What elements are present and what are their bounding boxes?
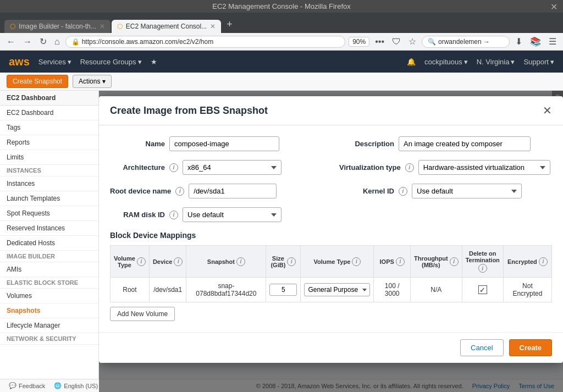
home-button[interactable]: ⌂: [52, 36, 62, 48]
tab-image-builder-close[interactable]: ✕: [100, 23, 105, 30]
actions-button[interactable]: Actions ▾: [73, 75, 112, 88]
td-snapshot: snap-078d8bdaf17344d20: [186, 278, 266, 302]
zoom-level: 90%: [349, 37, 369, 47]
browser-title-bar: EC2 Management Console - Mozilla Firefox…: [0, 0, 563, 13]
architecture-info-icon[interactable]: i: [169, 163, 178, 172]
th-snapshot-label: Snapshot: [207, 258, 235, 265]
search-box[interactable]: 🔍 orwandelemen →: [422, 36, 510, 48]
aws-navbar: aws Services ▾ Resource Groups ▾ ★ 🔔 coc…: [0, 51, 563, 73]
td-delete-on-termination[interactable]: ✓: [462, 278, 503, 302]
th-volume-type-info[interactable]: i: [137, 257, 146, 266]
kernel-id-select[interactable]: Use default: [412, 184, 522, 198]
more-options-button[interactable]: •••: [373, 36, 387, 48]
tab-ec2-label: EC2 Management Consol...: [126, 23, 207, 30]
ram-disk-info-icon[interactable]: i: [169, 211, 178, 219]
td-volume-type: Root: [111, 278, 150, 302]
sidebar-item-volumes[interactable]: Volumes: [0, 289, 98, 303]
td-volume-type-col[interactable]: General Purpose SSD Provisioned IOPS SSD…: [301, 278, 374, 302]
volume-type-select[interactable]: General Purpose SSD Provisioned IOPS SSD…: [304, 283, 370, 296]
architecture-label: Architecture: [110, 163, 165, 172]
bookmarks-button[interactable]: 📚: [528, 35, 543, 48]
sidebar-item-ec2-dashboard[interactable]: EC2 Dashboard: [0, 106, 98, 120]
reload-button[interactable]: ↻: [37, 35, 49, 48]
favorites-icon[interactable]: ★: [151, 58, 157, 66]
user-menu[interactable]: cockpituous ▾: [424, 58, 468, 66]
sidebar-item-reserved-instances[interactable]: Reserved Instances: [0, 221, 98, 236]
virtualization-label: Virtualization type: [339, 163, 401, 172]
sidebar-section-ebs: ELASTIC BLOCK STORE: [0, 277, 98, 289]
th-throughput-info[interactable]: i: [450, 257, 459, 266]
sidebar-item-tags[interactable]: Tags: [0, 120, 98, 135]
chat-icon: 💬: [9, 382, 16, 389]
new-tab-button[interactable]: +: [222, 16, 237, 33]
region-menu[interactable]: N. Virginia ▾: [477, 58, 515, 66]
sidebar-item-launch-templates[interactable]: Launch Templates: [0, 191, 98, 206]
description-input[interactable]: [399, 136, 531, 151]
sidebar-title: EC2 Dashboard: [0, 91, 98, 106]
sidebar-item-reports[interactable]: Reports: [0, 135, 98, 150]
th-delete-info[interactable]: i: [478, 264, 487, 273]
sidebar-item-spot-requests[interactable]: Spot Requests: [0, 206, 98, 221]
region-chevron: ▾: [511, 58, 515, 66]
services-menu[interactable]: Services ▾: [38, 58, 71, 66]
tab-image-builder[interactable]: ⬡ Image Builder - falcon-th... ✕: [4, 20, 111, 33]
browser-title: EC2 Management Console - Mozilla Firefox: [212, 2, 350, 10]
main-layout: EC2 Dashboard EC2 Dashboard Tags Reports…: [0, 91, 563, 392]
modal-close-button[interactable]: ✕: [543, 104, 552, 117]
forward-button[interactable]: →: [21, 36, 34, 48]
sidebar-item-lifecycle-manager[interactable]: Lifecycle Manager: [0, 318, 98, 333]
sidebar-item-limits[interactable]: Limits: [0, 150, 98, 165]
th-size-info[interactable]: i: [287, 257, 296, 266]
root-device-input[interactable]: [189, 184, 277, 198]
search-text: orwandelemen →: [438, 38, 490, 46]
sidebar-item-instances[interactable]: Instances: [0, 176, 98, 191]
name-label: Name: [110, 140, 165, 148]
notifications-bell[interactable]: 🔔: [407, 58, 416, 66]
th-device-label: Device: [153, 258, 172, 265]
th-device-info[interactable]: i: [174, 257, 183, 266]
tab-ec2-icon: ⬡: [117, 23, 123, 30]
ram-disk-select[interactable]: Use default: [183, 207, 282, 222]
create-image-modal: Create Image from EBS Snapshot ✕ Name De…: [99, 96, 563, 363]
th-throughput-label: Throughput(MB/s): [414, 255, 448, 268]
size-input[interactable]: [269, 284, 297, 296]
td-encrypted: Not Encrypted: [503, 278, 551, 302]
architecture-select[interactable]: x86_64 i386 arm64: [183, 160, 282, 175]
sidebar-item-amis[interactable]: AMIs: [0, 262, 98, 277]
th-iops: IOPS i: [374, 246, 411, 278]
delete-on-termination-checkbox[interactable]: ✓: [478, 285, 487, 294]
action-bar: Create Snapshot Actions ▾: [0, 73, 563, 91]
url-box[interactable]: 🔒 https://console.aws.amazon.com/ec2/v2/…: [65, 36, 345, 48]
downloads-button[interactable]: ⬇: [513, 35, 525, 48]
resource-groups-menu[interactable]: Resource Groups ▾: [80, 58, 142, 66]
th-encrypted-info[interactable]: i: [539, 257, 548, 266]
th-volume-type-col: Volume Type i: [301, 246, 374, 278]
th-iops-info[interactable]: i: [396, 257, 405, 266]
sidebar-item-snapshots[interactable]: Snapshots: [0, 303, 98, 318]
browser-close-button[interactable]: ✕: [550, 1, 558, 12]
back-button[interactable]: ←: [4, 36, 18, 48]
bookmark-icon[interactable]: ☆: [406, 35, 418, 48]
create-button[interactable]: Create: [509, 339, 552, 356]
td-size[interactable]: [266, 278, 301, 302]
virtualization-info-icon[interactable]: i: [405, 163, 414, 172]
cancel-button[interactable]: Cancel: [460, 339, 503, 356]
th-volume-type-col-info[interactable]: i: [352, 257, 361, 266]
menu-button[interactable]: ☰: [547, 35, 559, 48]
tab-ec2-close[interactable]: ✕: [210, 23, 216, 30]
language-selector[interactable]: 🌐 English (US): [54, 382, 98, 389]
virtualization-select[interactable]: Hardware-assisted virtualization Paravir…: [418, 160, 550, 175]
form-row-rootdev-kernelid: Root device name i Kernel ID i Use defau…: [110, 184, 552, 198]
support-menu[interactable]: Support ▾: [523, 58, 554, 66]
root-device-info-icon[interactable]: i: [175, 187, 184, 196]
sidebar-item-dedicated-hosts[interactable]: Dedicated Hosts: [0, 236, 98, 251]
create-snapshot-button[interactable]: Create Snapshot: [7, 75, 68, 88]
shield-icon: 🛡: [390, 36, 403, 48]
resource-groups-label: Resource Groups: [80, 58, 136, 66]
add-new-volume-button[interactable]: Add New Volume: [110, 307, 175, 321]
th-snapshot-info[interactable]: i: [236, 257, 245, 266]
feedback-button[interactable]: 💬 Feedback: [9, 382, 45, 389]
name-input[interactable]: [169, 136, 279, 151]
kernel-id-info-icon[interactable]: i: [399, 187, 407, 196]
tab-ec2-console[interactable]: ⬡ EC2 Management Consol... ✕: [112, 20, 221, 33]
